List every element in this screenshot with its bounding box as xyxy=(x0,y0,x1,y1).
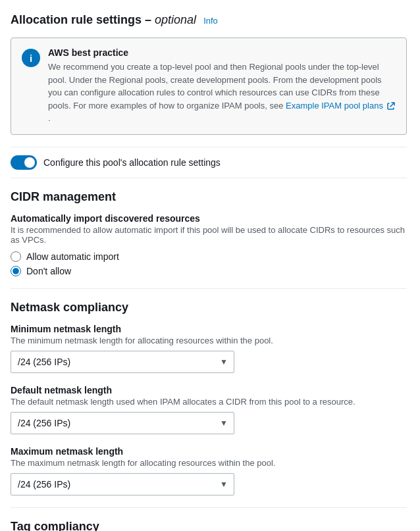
best-practice-body: We recommend you create a top-level pool… xyxy=(48,61,396,125)
minimum-netmask-group: Minimum netmask length The minimum netma… xyxy=(11,324,407,373)
page-title: Allocation rule settings – optional Info xyxy=(11,13,407,27)
external-link-icon xyxy=(387,102,395,110)
min-netmask-desc: The minimum netmask length for allocatin… xyxy=(11,336,407,345)
min-netmask-select-wrapper: /24 (256 IPs) /16 (65536 IPs) /20 (4096 … xyxy=(11,351,234,373)
toggle-row: Configure this pool's allocation rule se… xyxy=(11,147,407,178)
dont-allow-label: Don't allow xyxy=(26,266,71,276)
section-divider-1 xyxy=(11,288,407,289)
auto-import-desc: It is recommended to allow automatic imp… xyxy=(11,225,407,245)
max-netmask-select-wrapper: /24 (256 IPs) /16 (65536 IPs) /20 (4096 … xyxy=(11,473,234,495)
min-netmask-label: Minimum netmask length xyxy=(11,324,407,334)
default-netmask-select[interactable]: /24 (256 IPs) /16 (65536 IPs) /20 (4096 … xyxy=(11,412,234,434)
default-netmask-group: Default netmask length The default netma… xyxy=(11,385,407,434)
max-netmask-select[interactable]: /24 (256 IPs) /16 (65536 IPs) /20 (4096 … xyxy=(11,473,234,495)
cidr-management-title: CIDR management xyxy=(11,190,407,204)
allow-import-option[interactable]: Allow automatic import xyxy=(11,251,407,262)
netmask-title: Netmask compliancy xyxy=(11,301,407,315)
default-netmask-select-wrapper: /24 (256 IPs) /16 (65536 IPs) /20 (4096 … xyxy=(11,412,234,434)
dont-allow-option[interactable]: Don't allow xyxy=(11,266,407,276)
allocation-toggle[interactable] xyxy=(11,155,37,170)
best-practice-title: AWS best practice xyxy=(48,47,396,58)
toggle-label: Configure this pool's allocation rule se… xyxy=(43,157,221,168)
cidr-management-section: CIDR management Automatically import dis… xyxy=(11,190,407,276)
default-netmask-desc: The default netmask length used when IPA… xyxy=(11,397,407,407)
min-netmask-select[interactable]: /24 (256 IPs) /16 (65536 IPs) /20 (4096 … xyxy=(11,351,234,373)
dont-allow-radio[interactable] xyxy=(11,266,21,276)
example-ipam-link[interactable]: Example IPAM pool plans xyxy=(286,101,395,111)
info-link[interactable]: Info xyxy=(203,16,218,26)
allow-import-radio[interactable] xyxy=(11,251,21,262)
best-practice-content: AWS best practice We recommend you creat… xyxy=(48,47,396,125)
max-netmask-label: Maximum netmask length xyxy=(11,446,407,457)
info-icon: i xyxy=(22,49,40,67)
auto-import-radio-group: Allow automatic import Don't allow xyxy=(11,251,407,276)
section-divider-2 xyxy=(11,507,407,508)
best-practice-box: i AWS best practice We recommend you cre… xyxy=(11,38,407,135)
default-netmask-label: Default netmask length xyxy=(11,385,407,395)
max-netmask-desc: The maximum netmask length for allocatin… xyxy=(11,458,407,468)
tag-compliancy-title: Tag compliancy xyxy=(11,520,407,532)
netmask-section: Netmask compliancy Minimum netmask lengt… xyxy=(11,301,407,495)
auto-import-title: Automatically import discovered resource… xyxy=(11,213,407,224)
allow-import-label: Allow automatic import xyxy=(26,251,119,262)
tag-compliancy-section: Tag compliancy Tagging requirements Add … xyxy=(11,520,407,532)
maximum-netmask-group: Maximum netmask length The maximum netma… xyxy=(11,446,407,495)
